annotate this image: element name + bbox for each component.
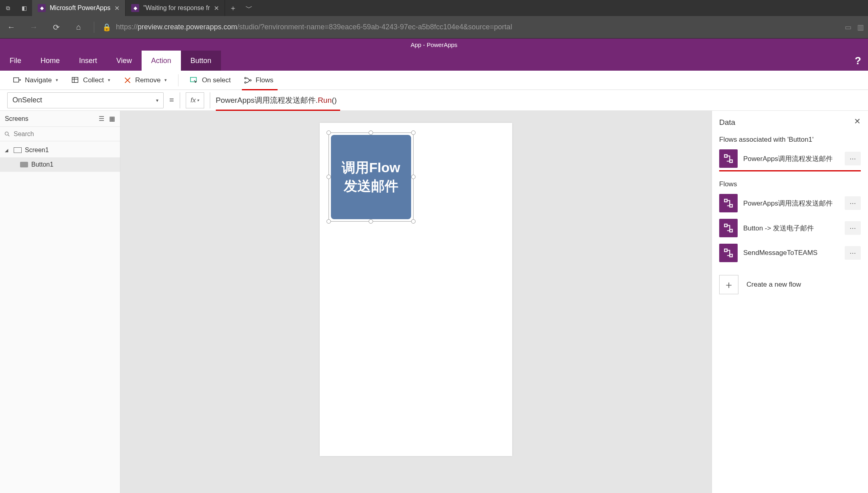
close-panel-button[interactable]: ✕ bbox=[854, 116, 861, 126]
onselect-label: On select bbox=[202, 76, 231, 84]
chevron-down-icon: ▾ bbox=[108, 77, 110, 83]
svg-point-8 bbox=[245, 81, 246, 83]
resize-handle[interactable] bbox=[411, 130, 416, 135]
tree-item-screen1[interactable]: ◢ Screen1 bbox=[0, 143, 120, 157]
resize-handle[interactable] bbox=[369, 219, 373, 224]
svg-rect-14 bbox=[724, 199, 727, 202]
window-aside-icon[interactable]: ◧ bbox=[16, 0, 32, 16]
screens-search[interactable]: Search bbox=[0, 127, 120, 141]
window-tabs-icon[interactable]: ⧉ bbox=[0, 0, 16, 16]
svg-rect-6 bbox=[191, 77, 197, 81]
svg-rect-1 bbox=[72, 77, 78, 82]
home-button[interactable]: ⌂ bbox=[71, 20, 86, 35]
close-icon[interactable]: ✕ bbox=[114, 4, 120, 12]
onselect-icon bbox=[190, 76, 199, 85]
screen-artboard[interactable]: 调用Flow 发送邮件 bbox=[320, 123, 512, 456]
ribbon-actions: Navigate ▾ Collect ▾ Remove ▾ On select … bbox=[0, 71, 868, 90]
browser-address-bar: ← → ⟳ ⌂ 🔒 https://preview.create.powerap… bbox=[0, 16, 868, 39]
ribbon-tab-insert[interactable]: Insert bbox=[69, 51, 107, 71]
flow-more-button[interactable]: ⋯ bbox=[845, 246, 861, 260]
thumbnail-view-icon[interactable]: ▦ bbox=[109, 115, 115, 122]
svg-rect-18 bbox=[724, 249, 727, 252]
browser-tabstrip: ◆ Microsoft PowerApps ✕ ◆ "Waiting for r… bbox=[32, 0, 257, 16]
screens-panel: Screens ☰ ▦ Search ◢ Screen1 Button1 bbox=[0, 111, 120, 493]
ribbon-tab-button-context[interactable]: Button bbox=[181, 51, 221, 71]
resize-handle[interactable] bbox=[369, 130, 373, 135]
back-button[interactable]: ← bbox=[4, 20, 18, 35]
available-flows-header: Flows bbox=[719, 180, 861, 188]
flow-more-button[interactable]: ⋯ bbox=[845, 221, 861, 235]
svg-line-11 bbox=[8, 135, 9, 136]
url-path: /studio/?environment-name=839eace6-59ab-… bbox=[237, 23, 512, 31]
help-button[interactable]: ? bbox=[848, 51, 868, 71]
flow-name: PowerApps调用流程发送邮件 bbox=[743, 199, 839, 208]
flow-row[interactable]: SendMessageToTEAMS ⋯ bbox=[719, 243, 861, 263]
ribbon-tab-view[interactable]: View bbox=[107, 51, 142, 71]
associated-flows-header: Flows associated with 'Button1' bbox=[719, 136, 861, 144]
resize-handle[interactable] bbox=[411, 219, 416, 224]
data-panel: Data ✕ Flows associated with 'Button1' P… bbox=[712, 111, 868, 493]
formula-bar: OnSelect ▾ = fx▾ PowerApps调用流程发送邮件.Run() bbox=[0, 90, 868, 111]
create-new-flow-button[interactable]: ＋ Create a new flow bbox=[719, 275, 861, 294]
new-tab-button[interactable]: ＋ bbox=[225, 0, 241, 16]
tree-item-label: Screen1 bbox=[25, 147, 49, 154]
property-name: OnSelect bbox=[12, 96, 42, 104]
url-display[interactable]: 🔒 https://preview.create.powerapps.com/s… bbox=[102, 23, 837, 32]
tree-view-icon[interactable]: ☰ bbox=[99, 115, 104, 122]
flow-more-button[interactable]: ⋯ bbox=[845, 152, 861, 165]
svg-rect-0 bbox=[14, 77, 19, 82]
resize-handle[interactable] bbox=[327, 219, 331, 224]
browser-tab-1[interactable]: ◆ "Waiting for response fr ✕ bbox=[126, 0, 225, 16]
flow-more-button[interactable]: ⋯ bbox=[845, 196, 861, 210]
books-icon[interactable]: ▥ bbox=[857, 23, 864, 32]
equals-sign: = bbox=[169, 96, 174, 105]
browser-tab-0-title: Microsoft PowerApps bbox=[50, 4, 110, 12]
ribbon-tabstrip: File Home Insert View Action Button ? bbox=[0, 51, 868, 71]
canvas-button-control[interactable]: 调用Flow 发送邮件 bbox=[331, 135, 411, 219]
browser-tab-1-title: "Waiting for response fr bbox=[143, 4, 210, 12]
url-host: preview.create.powerapps.com bbox=[138, 23, 237, 31]
browser-tab-0[interactable]: ◆ Microsoft PowerApps ✕ bbox=[32, 0, 126, 16]
fx-button[interactable]: fx▾ bbox=[186, 92, 204, 108]
flow-name: PowerApps调用流程发送邮件 bbox=[743, 154, 839, 163]
annotation-underline bbox=[719, 170, 861, 171]
close-icon[interactable]: ✕ bbox=[214, 4, 219, 12]
resize-handle[interactable] bbox=[327, 175, 331, 179]
plus-icon: ＋ bbox=[719, 275, 738, 294]
formula-identifier: PowerApps调用流程发送邮件 bbox=[216, 95, 316, 106]
collapse-icon[interactable]: ◢ bbox=[5, 148, 10, 153]
flows-icon bbox=[243, 76, 252, 85]
associated-flow-row[interactable]: PowerApps调用流程发送邮件 ⋯ bbox=[719, 149, 861, 169]
ribbon-tab-home[interactable]: Home bbox=[31, 51, 69, 71]
flows-action[interactable]: Flows bbox=[239, 71, 278, 90]
tree-item-button1[interactable]: Button1 bbox=[0, 157, 120, 172]
flow-icon bbox=[719, 244, 738, 262]
ribbon-tab-file[interactable]: File bbox=[0, 51, 31, 71]
resize-handle[interactable] bbox=[411, 175, 416, 179]
data-panel-title: Data bbox=[719, 118, 861, 127]
flow-icon bbox=[719, 219, 738, 237]
formula-input[interactable]: PowerApps调用流程发送邮件.Run() bbox=[216, 92, 861, 108]
navigate-action[interactable]: Navigate ▾ bbox=[8, 71, 63, 90]
onselect-action[interactable]: On select bbox=[185, 71, 235, 90]
chevron-down-icon: ▾ bbox=[156, 98, 158, 103]
collect-label: Collect bbox=[83, 76, 104, 84]
flow-row[interactable]: PowerApps调用流程发送邮件 ⋯ bbox=[719, 193, 861, 213]
create-flow-label: Create a new flow bbox=[746, 281, 801, 289]
ribbon-tab-action[interactable]: Action bbox=[142, 51, 181, 71]
remove-action[interactable]: Remove ▾ bbox=[118, 71, 172, 90]
reading-view-icon[interactable]: ▭ bbox=[845, 23, 852, 32]
search-placeholder: Search bbox=[14, 130, 34, 138]
screen-icon bbox=[14, 147, 22, 153]
collect-action[interactable]: Collect ▾ bbox=[66, 71, 115, 90]
chevron-down-icon: ▾ bbox=[56, 77, 58, 83]
forward-button[interactable]: → bbox=[26, 20, 41, 35]
flow-icon bbox=[719, 149, 738, 168]
powerapps-favicon: ◆ bbox=[38, 4, 46, 12]
flow-row[interactable]: Button -> 发送电子邮件 ⋯ bbox=[719, 218, 861, 238]
refresh-button[interactable]: ⟳ bbox=[49, 20, 63, 35]
property-selector[interactable]: OnSelect ▾ bbox=[7, 92, 164, 108]
resize-handle[interactable] bbox=[327, 130, 331, 135]
design-canvas[interactable]: 调用Flow 发送邮件 bbox=[120, 111, 712, 493]
tabs-menu-button[interactable]: ﹀ bbox=[241, 0, 257, 16]
